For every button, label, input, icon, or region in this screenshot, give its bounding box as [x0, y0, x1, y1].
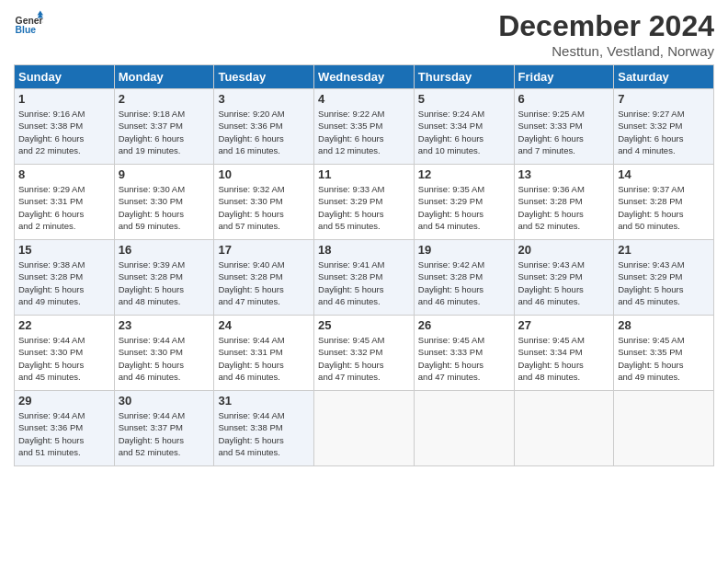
- calendar-cell: 12Sunrise: 9:35 AM Sunset: 3:29 PM Dayli…: [414, 165, 514, 240]
- calendar-cell: 27Sunrise: 9:45 AM Sunset: 3:34 PM Dayli…: [514, 316, 614, 391]
- day-number: 4: [318, 92, 410, 106]
- day-info: Sunrise: 9:20 AM Sunset: 3:36 PM Dayligh…: [218, 108, 310, 156]
- calendar-cell: 19Sunrise: 9:42 AM Sunset: 3:28 PM Dayli…: [414, 240, 514, 316]
- calendar-cell: [414, 391, 514, 466]
- calendar-cell: 15Sunrise: 9:38 AM Sunset: 3:28 PM Dayli…: [15, 240, 115, 316]
- day-info: Sunrise: 9:44 AM Sunset: 3:36 PM Dayligh…: [18, 409, 110, 458]
- calendar-cell: 21Sunrise: 9:43 AM Sunset: 3:29 PM Dayli…: [614, 240, 714, 316]
- calendar-week-row: 29Sunrise: 9:44 AM Sunset: 3:36 PM Dayli…: [15, 391, 714, 466]
- calendar-cell: 7Sunrise: 9:27 AM Sunset: 3:32 PM Daylig…: [614, 89, 714, 165]
- day-info: Sunrise: 9:29 AM Sunset: 3:31 PM Dayligh…: [18, 183, 110, 232]
- calendar-cell: 18Sunrise: 9:41 AM Sunset: 3:28 PM Dayli…: [314, 240, 415, 316]
- day-number: 16: [119, 243, 210, 257]
- calendar-cell: 14Sunrise: 9:37 AM Sunset: 3:28 PM Dayli…: [614, 165, 714, 240]
- day-info: Sunrise: 9:30 AM Sunset: 3:30 PM Dayligh…: [119, 183, 210, 232]
- day-info: Sunrise: 9:45 AM Sunset: 3:33 PM Dayligh…: [418, 334, 510, 383]
- day-number: 29: [18, 394, 110, 408]
- day-info: Sunrise: 9:25 AM Sunset: 3:33 PM Dayligh…: [518, 108, 610, 156]
- calendar-cell: [614, 391, 714, 466]
- calendar-cell: 4Sunrise: 9:22 AM Sunset: 3:35 PM Daylig…: [314, 89, 415, 165]
- day-number: 26: [418, 318, 510, 332]
- day-info: Sunrise: 9:22 AM Sunset: 3:35 PM Dayligh…: [318, 108, 410, 156]
- calendar-cell: 28Sunrise: 9:45 AM Sunset: 3:35 PM Dayli…: [614, 316, 714, 391]
- calendar-cell: 13Sunrise: 9:36 AM Sunset: 3:28 PM Dayli…: [514, 165, 614, 240]
- day-info: Sunrise: 9:45 AM Sunset: 3:34 PM Dayligh…: [518, 334, 610, 383]
- header-day-tuesday: Tuesday: [214, 65, 314, 89]
- day-info: Sunrise: 9:45 AM Sunset: 3:32 PM Dayligh…: [318, 334, 410, 383]
- calendar-cell: 30Sunrise: 9:44 AM Sunset: 3:37 PM Dayli…: [114, 391, 214, 466]
- day-number: 25: [318, 318, 410, 332]
- day-info: Sunrise: 9:42 AM Sunset: 3:28 PM Dayligh…: [418, 259, 510, 307]
- day-info: Sunrise: 9:43 AM Sunset: 3:29 PM Dayligh…: [618, 259, 710, 307]
- day-info: Sunrise: 9:38 AM Sunset: 3:28 PM Dayligh…: [18, 259, 110, 307]
- day-number: 21: [618, 243, 710, 257]
- calendar-week-row: 22Sunrise: 9:44 AM Sunset: 3:30 PM Dayli…: [15, 316, 714, 391]
- calendar-week-row: 8Sunrise: 9:29 AM Sunset: 3:31 PM Daylig…: [15, 165, 714, 240]
- day-number: 31: [218, 394, 310, 408]
- calendar-cell: 20Sunrise: 9:43 AM Sunset: 3:29 PM Dayli…: [514, 240, 614, 316]
- calendar-cell: [314, 391, 415, 466]
- calendar-cell: 31Sunrise: 9:44 AM Sunset: 3:38 PM Dayli…: [214, 391, 314, 466]
- day-number: 12: [418, 167, 510, 181]
- day-number: 24: [218, 318, 310, 332]
- day-info: Sunrise: 9:36 AM Sunset: 3:28 PM Dayligh…: [518, 183, 610, 232]
- logo: General Blue: [14, 9, 43, 39]
- header-day-thursday: Thursday: [414, 65, 514, 89]
- day-number: 14: [618, 167, 710, 181]
- day-number: 6: [518, 92, 610, 106]
- day-info: Sunrise: 9:39 AM Sunset: 3:28 PM Dayligh…: [119, 259, 210, 307]
- day-number: 10: [218, 167, 310, 181]
- day-info: Sunrise: 9:35 AM Sunset: 3:29 PM Dayligh…: [418, 183, 510, 232]
- day-info: Sunrise: 9:32 AM Sunset: 3:30 PM Dayligh…: [218, 183, 310, 232]
- day-info: Sunrise: 9:44 AM Sunset: 3:31 PM Dayligh…: [218, 334, 310, 383]
- day-info: Sunrise: 9:18 AM Sunset: 3:37 PM Dayligh…: [119, 108, 210, 156]
- header-day-saturday: Saturday: [614, 65, 714, 89]
- day-info: Sunrise: 9:44 AM Sunset: 3:30 PM Dayligh…: [18, 334, 110, 383]
- day-number: 1: [18, 92, 110, 106]
- day-number: 30: [119, 394, 210, 408]
- calendar-cell: 8Sunrise: 9:29 AM Sunset: 3:31 PM Daylig…: [15, 165, 115, 240]
- day-number: 23: [119, 318, 210, 332]
- page-container: General Blue December 2024 Nesttun, Vest…: [0, 0, 728, 476]
- calendar-cell: 25Sunrise: 9:45 AM Sunset: 3:32 PM Dayli…: [314, 316, 415, 391]
- day-info: Sunrise: 9:44 AM Sunset: 3:37 PM Dayligh…: [119, 409, 210, 458]
- header-day-sunday: Sunday: [15, 65, 115, 89]
- day-info: Sunrise: 9:43 AM Sunset: 3:29 PM Dayligh…: [518, 259, 610, 307]
- day-number: 5: [418, 92, 510, 106]
- day-number: 28: [618, 318, 710, 332]
- calendar-cell: 5Sunrise: 9:24 AM Sunset: 3:34 PM Daylig…: [414, 89, 514, 165]
- day-info: Sunrise: 9:37 AM Sunset: 3:28 PM Dayligh…: [618, 183, 710, 232]
- calendar-title: December 2024: [498, 9, 714, 43]
- day-number: 2: [119, 92, 210, 106]
- day-info: Sunrise: 9:44 AM Sunset: 3:38 PM Dayligh…: [218, 409, 310, 458]
- calendar-cell: 17Sunrise: 9:40 AM Sunset: 3:28 PM Dayli…: [214, 240, 314, 316]
- day-info: Sunrise: 9:33 AM Sunset: 3:29 PM Dayligh…: [318, 183, 410, 232]
- day-number: 19: [418, 243, 510, 257]
- day-info: Sunrise: 9:41 AM Sunset: 3:28 PM Dayligh…: [318, 259, 410, 307]
- title-block: December 2024 Nesttun, Vestland, Norway: [498, 9, 714, 59]
- calendar-header-row: SundayMondayTuesdayWednesdayThursdayFrid…: [15, 65, 714, 89]
- day-number: 11: [318, 167, 410, 181]
- header-day-wednesday: Wednesday: [314, 65, 415, 89]
- calendar-cell: 6Sunrise: 9:25 AM Sunset: 3:33 PM Daylig…: [514, 89, 614, 165]
- calendar-cell: 22Sunrise: 9:44 AM Sunset: 3:30 PM Dayli…: [15, 316, 115, 391]
- header-day-monday: Monday: [114, 65, 214, 89]
- day-number: 27: [518, 318, 610, 332]
- day-number: 15: [18, 243, 110, 257]
- day-info: Sunrise: 9:44 AM Sunset: 3:30 PM Dayligh…: [119, 334, 210, 383]
- day-number: 13: [518, 167, 610, 181]
- header-row: General Blue December 2024 Nesttun, Vest…: [14, 9, 714, 59]
- calendar-cell: 10Sunrise: 9:32 AM Sunset: 3:30 PM Dayli…: [214, 165, 314, 240]
- calendar-cell: 26Sunrise: 9:45 AM Sunset: 3:33 PM Dayli…: [414, 316, 514, 391]
- day-info: Sunrise: 9:45 AM Sunset: 3:35 PM Dayligh…: [618, 334, 710, 383]
- day-number: 9: [119, 167, 210, 181]
- calendar-cell: 29Sunrise: 9:44 AM Sunset: 3:36 PM Dayli…: [15, 391, 115, 466]
- calendar-cell: 9Sunrise: 9:30 AM Sunset: 3:30 PM Daylig…: [114, 165, 214, 240]
- calendar-subtitle: Nesttun, Vestland, Norway: [498, 43, 714, 59]
- calendar-cell: [514, 391, 614, 466]
- calendar-cell: 11Sunrise: 9:33 AM Sunset: 3:29 PM Dayli…: [314, 165, 415, 240]
- calendar-table: SundayMondayTuesdayWednesdayThursdayFrid…: [14, 64, 714, 466]
- day-number: 8: [18, 167, 110, 181]
- calendar-cell: 24Sunrise: 9:44 AM Sunset: 3:31 PM Dayli…: [214, 316, 314, 391]
- calendar-week-row: 15Sunrise: 9:38 AM Sunset: 3:28 PM Dayli…: [15, 240, 714, 316]
